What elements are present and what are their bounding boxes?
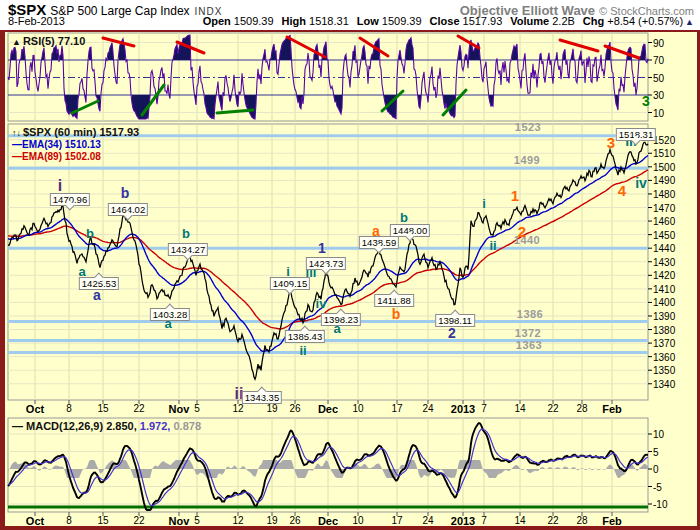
ohlc-summary: Open1509.39High1518.31Low1509.39Close151… — [195, 15, 694, 27]
ohlc-field-value: 1509.39 — [382, 15, 422, 27]
rsi-area-icon: ▲ — [12, 37, 21, 47]
rsi-legend: ▲RSI(5) 77.10 — [12, 35, 85, 47]
ohlc-field-value: 1517.93 — [463, 15, 503, 27]
main-legend-text: $SPX (60 min) 1517.93 — [23, 126, 139, 138]
ohlc-field-label: High — [282, 15, 306, 27]
rsi-legend-text: RSI(5) 77.10 — [23, 35, 85, 47]
chart-header: $SPXS&P 500 Large Cap IndexINDX Objectiv… — [0, 0, 700, 30]
ohlc-field-label: Open — [203, 15, 231, 27]
ohlc-field-value: 2.2B — [552, 15, 575, 27]
ema34-legend-text: EMA(34) 1510.13 — [22, 139, 101, 150]
change-up-arrow-icon: ▲ — [685, 17, 694, 27]
frame-top-border — [0, 30, 700, 32]
chart-date: 8-Feb-2013 — [8, 15, 65, 27]
frame-bottom-border — [0, 526, 700, 530]
ohlc-field-label: Volume — [510, 15, 549, 27]
macd-histogram-value: 0.878 — [173, 420, 201, 432]
chart-application: $SPXS&P 500 Large Cap IndexINDX Objectiv… — [0, 0, 700, 530]
ema34-legend: —EMA(34) 1510.13 — [12, 139, 101, 150]
updown-arrows-icon: ↑↓ — [12, 128, 21, 138]
ohlc-field-value: 1518.31 — [309, 15, 349, 27]
ema89-legend: —EMA(89) 1502.08 — [12, 151, 101, 162]
ohlc-field-label: Chg — [583, 15, 604, 27]
header-row-2: 8-Feb-2013 Open1509.39High1518.31Low1509… — [8, 15, 694, 27]
main-price-legend: ↑↓$SPX (60 min) 1517.93 — [12, 126, 139, 138]
ohlc-field-label: Close — [430, 15, 460, 27]
ema89-legend-text: EMA(89) 1502.08 — [22, 151, 101, 162]
macd-value: 2.850, — [106, 420, 137, 432]
macd-name: MACD(12,26,9) — [26, 420, 103, 432]
macd-legend: — MACD(12,26,9) 2.850, 1.972, 0.878 — [12, 420, 201, 432]
macd-signal-value: 1.972, — [140, 420, 171, 432]
ohlc-field-label: Low — [357, 15, 379, 27]
ohlc-field-value: 1509.39 — [234, 15, 274, 27]
chart-canvas — [0, 0, 700, 530]
ohlc-field-value: +8.54 (+0.57%) — [607, 15, 683, 27]
macd-line-icon: — — [12, 420, 23, 432]
frame-left-border — [0, 30, 5, 530]
